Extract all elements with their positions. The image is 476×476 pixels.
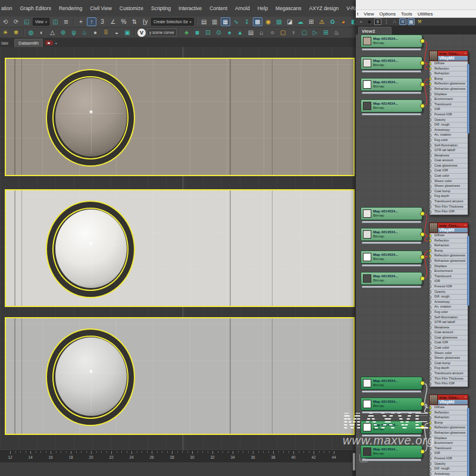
preview-sphere[interactable] xyxy=(55,78,127,156)
grid-array-icon[interactable]: ⊞ xyxy=(306,17,316,26)
vraymtl-node[interactable]: vray_Cera...VRayMtl−DiffuseReflectionRef… xyxy=(429,51,468,215)
output-socket[interactable] xyxy=(420,449,425,454)
bitmap-node-body[interactable]: Map #214534...Bitmap xyxy=(361,57,422,70)
bitmap-node[interactable]: Map #214534...Bitmap xyxy=(361,377,422,393)
input-socket[interactable] xyxy=(430,112,431,117)
card-icon[interactable]: ▣ xyxy=(123,28,132,37)
bitmap-node-body[interactable]: Map #214534...Bitmap xyxy=(361,35,422,48)
tab-view1[interactable]: View1 xyxy=(358,27,392,35)
bitmap-node[interactable]: Map #214534...Bitmap xyxy=(361,57,422,73)
material-preview-strip-3[interactable] xyxy=(5,317,355,435)
input-socket[interactable] xyxy=(430,341,431,345)
fire-icon[interactable]: ♨ xyxy=(80,28,89,37)
swatch-black-icon[interactable]: ■ xyxy=(366,18,373,25)
output-socket[interactable] xyxy=(420,255,425,259)
input-socket[interactable] xyxy=(430,164,431,168)
input-socket[interactable] xyxy=(430,143,431,148)
books-icon[interactable]: ▤ xyxy=(246,28,256,37)
slate-menu-utilities[interactable]: Utilities xyxy=(418,11,433,17)
snap-toggle-icon[interactable]: ◫ xyxy=(51,17,60,26)
cloud-render-icon[interactable]: ☁ xyxy=(296,17,305,26)
input-socket[interactable] xyxy=(430,346,431,350)
input-socket[interactable] xyxy=(430,264,431,268)
menu-item-help[interactable]: Help xyxy=(258,5,268,11)
collapse-icon[interactable]: − xyxy=(464,395,466,400)
input-socket[interactable] xyxy=(430,67,431,71)
menu-item-axyz-design[interactable]: AXYZ design xyxy=(309,5,339,11)
input-socket[interactable] xyxy=(430,169,431,173)
input-socket[interactable] xyxy=(430,290,431,294)
slate-menu-tools[interactable]: Tools xyxy=(401,11,412,17)
input-socket[interactable] xyxy=(430,102,431,107)
node-scrollbar[interactable] xyxy=(467,64,469,134)
spinner-snap-icon[interactable]: ⇅ xyxy=(130,17,139,26)
input-socket[interactable] xyxy=(430,200,431,204)
bitmap-node[interactable]: Map #214534...Bitmap xyxy=(361,445,422,461)
render-setup-icon[interactable]: ◉ xyxy=(264,17,273,26)
layout-grid-icon[interactable]: ▦ xyxy=(408,18,415,25)
select-link-icon[interactable]: ◱ xyxy=(22,17,32,26)
warning-icon[interactable]: ⚠ xyxy=(317,17,327,26)
view-dropdown[interactable]: View▾ xyxy=(33,18,49,26)
bitmap-node-body[interactable]: Map #214534...Bitmap xyxy=(361,78,422,91)
input-socket[interactable] xyxy=(430,452,431,456)
output-socket[interactable] xyxy=(420,381,425,386)
select-and-move-icon[interactable]: + xyxy=(76,17,86,26)
input-socket[interactable] xyxy=(430,118,431,122)
node-scrollbar[interactable] xyxy=(467,408,469,476)
globe-icon[interactable]: ◍ xyxy=(26,28,36,37)
output-socket[interactable] xyxy=(420,425,425,430)
input-socket[interactable] xyxy=(430,62,431,66)
input-socket[interactable] xyxy=(430,372,431,376)
bitmap-node-body[interactable]: Map #214534...Bitmap xyxy=(361,421,422,434)
input-socket[interactable] xyxy=(430,254,431,258)
tab-datasmith[interactable]: Datasmith xyxy=(14,39,43,47)
output-socket[interactable] xyxy=(420,276,425,281)
blender-icon[interactable]: ◕ xyxy=(339,17,348,26)
chevron-down-icon[interactable]: ▾ xyxy=(45,20,47,24)
script-brace-icon[interactable]: {y xyxy=(140,17,150,26)
input-socket[interactable] xyxy=(430,274,431,278)
tab-populate-fragment[interactable]: late xyxy=(1,39,12,47)
slate-menu-t[interactable]: t xyxy=(357,11,358,17)
swatch-gray-icon[interactable]: ▪ xyxy=(358,18,365,25)
plant-icon[interactable]: ♠ xyxy=(225,28,234,37)
input-socket[interactable] xyxy=(430,108,431,112)
bitmap-node[interactable]: Map #214534...Bitmap xyxy=(361,397,422,414)
scrollbar-thumb[interactable] xyxy=(353,453,355,471)
bitmap-node[interactable]: Map #214534...Bitmap xyxy=(361,78,422,94)
input-socket[interactable] xyxy=(430,195,431,199)
material-editor-icon[interactable]: ▩ xyxy=(253,17,262,26)
output-socket[interactable] xyxy=(420,232,425,237)
input-socket[interactable] xyxy=(430,441,431,446)
slate-menu-view[interactable]: View xyxy=(364,11,374,17)
play-icon[interactable]: ▷ xyxy=(311,28,320,37)
input-socket[interactable] xyxy=(430,154,431,158)
curve-editor-icon[interactable]: ∿ xyxy=(231,17,241,26)
input-socket[interactable] xyxy=(430,356,431,361)
input-socket[interactable] xyxy=(430,179,431,183)
output-socket[interactable] xyxy=(420,402,425,406)
camera-icon[interactable]: ◙ xyxy=(193,28,202,37)
vraymtl-node[interactable]: vray_Cera...VRayMtl−DiffuseReflectionRef… xyxy=(429,223,468,387)
input-socket[interactable] xyxy=(430,159,431,163)
input-socket[interactable] xyxy=(430,72,431,76)
input-socket[interactable] xyxy=(430,467,431,471)
input-socket[interactable] xyxy=(430,331,431,335)
input-socket[interactable] xyxy=(430,411,431,415)
vray-scene-converter-button[interactable]: y scene conve xyxy=(147,29,177,36)
menu-item-arnold[interactable]: Arnold xyxy=(235,5,250,11)
input-socket[interactable] xyxy=(430,123,431,127)
material-preview-strip-1[interactable] xyxy=(5,58,355,176)
select-object-icon[interactable]: ↑ xyxy=(87,17,96,26)
bitmap-node[interactable]: Map #214534...Bitmap xyxy=(361,228,422,244)
menu-item-ation[interactable]: ation xyxy=(1,5,12,11)
mirror-icon[interactable]: ▤ xyxy=(199,17,209,26)
vraymtl-header[interactable]: vray_Cera...VRayMtl− xyxy=(429,394,468,405)
bitmap-node-body[interactable]: Map #214534...Bitmap xyxy=(361,207,422,220)
sun-icon[interactable]: ☀ xyxy=(1,28,10,37)
input-socket[interactable] xyxy=(430,382,431,386)
menu-item-megascans[interactable]: Megascans xyxy=(275,5,301,11)
input-socket[interactable] xyxy=(430,128,431,132)
output-socket[interactable] xyxy=(420,61,425,65)
